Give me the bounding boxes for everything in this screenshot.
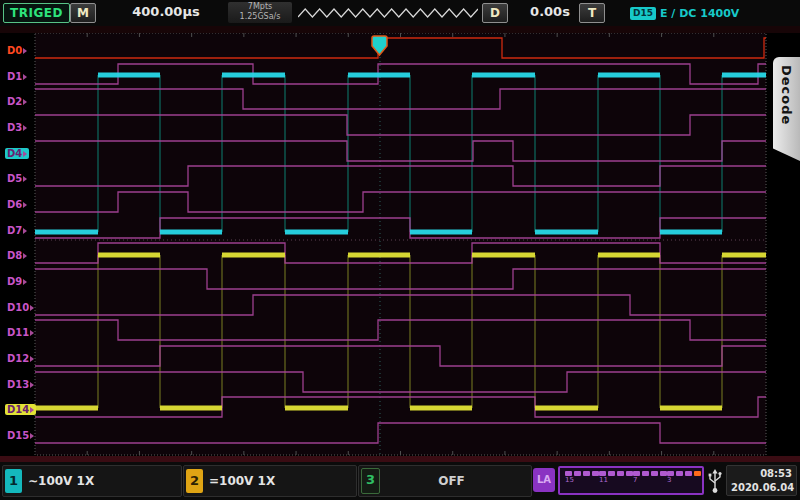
delay-menu-button[interactable]: D <box>482 3 508 23</box>
memory-depth: 7Mpts <box>228 2 292 12</box>
la-group-number: 3 <box>667 476 701 485</box>
usb-icon <box>707 469 723 495</box>
la-group-number: 15 <box>565 476 599 485</box>
channel-label-D11[interactable]: D11 <box>5 327 36 338</box>
channel-label-D13[interactable]: D13 <box>5 379 36 390</box>
clock-readout: 08:53 2020.06.04 <box>726 465 797 496</box>
horizontal-delay-readout: 0.00s <box>512 4 588 19</box>
la-group-7: 7 <box>633 471 667 485</box>
channel-label-D6[interactable]: D6 <box>5 199 29 210</box>
timebase-readout: 400.00μs <box>108 4 224 19</box>
tab-decode[interactable]: Decode <box>773 57 800 161</box>
channel3-badge: 3 <box>361 468 380 494</box>
channel3-settings: OFF <box>386 474 517 488</box>
channel-label-D5[interactable]: D5 <box>5 173 29 184</box>
sample-rate: 1.25GSa/s <box>228 12 292 22</box>
bottom-status-bar: 1 ∼100V 1X 2 =100V 1X 3 OFF LA 151173 08… <box>0 462 800 500</box>
top-separator <box>0 26 800 33</box>
channel1-settings: ∼100V 1X <box>28 474 94 488</box>
channel-label-D14[interactable]: D14 <box>5 404 36 415</box>
horizontal-menu-button[interactable]: M <box>70 3 96 23</box>
channel2-badge: 2 <box>186 469 203 493</box>
time-text: 08:53 <box>731 467 792 481</box>
acquisition-readout: 7Mpts 1.25GSa/s <box>228 2 292 23</box>
channel-label-D3[interactable]: D3 <box>5 122 29 133</box>
channel-label-D1[interactable]: D1 <box>5 71 29 82</box>
waveform-preview-icon <box>298 6 478 20</box>
channel2-status[interactable]: 2 =100V 1X <box>183 465 357 497</box>
channel-label-D15[interactable]: D15 <box>5 430 36 441</box>
logic-analyzer-badge[interactable]: LA <box>533 468 555 492</box>
logic-analyzer-channel-indicator[interactable]: 151173 <box>558 466 704 495</box>
trigger-menu-button[interactable]: T <box>579 3 605 23</box>
channel-label-D9[interactable]: D9 <box>5 276 29 287</box>
la-group-3: 3 <box>667 471 701 485</box>
channel3-status[interactable]: 3 OFF <box>358 465 532 497</box>
trigger-readout: D15 E ∕ DC 1400V <box>630 4 739 22</box>
decode-tab-label: Decode <box>779 65 794 125</box>
trigger-status-badge: TRIGED <box>3 3 70 23</box>
date-text: 2020.06.04 <box>731 481 792 495</box>
channel-label-D12[interactable]: D12 <box>5 353 36 364</box>
oscilloscope-screen: D0D1D2D3D4D5D6D7D8D9D10D11D12D13D14D15 T… <box>0 0 800 500</box>
la-group-15: 15 <box>565 471 599 485</box>
channel1-badge: 1 <box>5 469 22 493</box>
channel1-status[interactable]: 1 ∼100V 1X <box>2 465 182 497</box>
la-group-11: 11 <box>599 471 633 485</box>
trigger-source-badge: D15 <box>630 7 656 20</box>
channel-label-D4[interactable]: D4 <box>5 148 29 159</box>
channel2-settings: =100V 1X <box>209 474 275 488</box>
top-status-bar: TRIGED M 400.00μs 7Mpts 1.25GSa/s D 0.00… <box>0 0 800 26</box>
trigger-settings-text: E ∕ DC 1400V <box>660 7 739 20</box>
channel-label-D8[interactable]: D8 <box>5 250 29 261</box>
waveform-plot <box>0 0 800 500</box>
la-group-number: 11 <box>599 476 633 485</box>
channel-label-D10[interactable]: D10 <box>5 302 36 313</box>
channel-label-D7[interactable]: D7 <box>5 225 29 236</box>
channel-label-D2[interactable]: D2 <box>5 96 29 107</box>
la-group-number: 7 <box>633 476 667 485</box>
channel-label-D0[interactable]: D0 <box>5 45 29 56</box>
